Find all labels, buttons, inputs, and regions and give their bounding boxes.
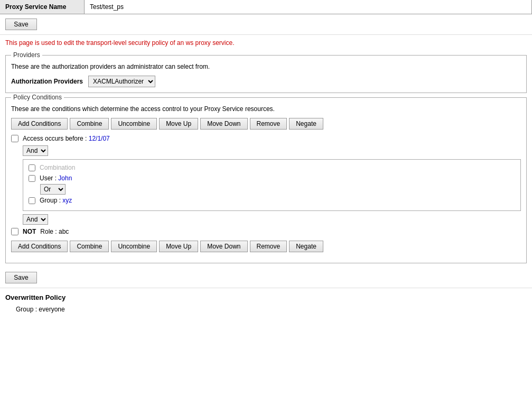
condition2-checkbox[interactable]: [11, 228, 18, 235]
bottom-move-up-button[interactable]: Move Up: [159, 241, 198, 252]
top-save-button[interactable]: Save: [5, 19, 37, 30]
sub-connector-select[interactable]: Or And: [40, 184, 66, 195]
top-move-down-button[interactable]: Move Down: [200, 118, 247, 130]
providers-section: Providers These are the authorization pr…: [5, 55, 527, 93]
policy-conditions-section: Policy Conditions These are the conditio…: [5, 97, 527, 263]
bottom-add-conditions-button[interactable]: Add Conditions: [11, 241, 68, 252]
condition2-label: Role : abc: [40, 228, 69, 235]
top-uncombine-button[interactable]: Uncombine: [111, 118, 157, 130]
condition2-not-label: NOT: [23, 228, 36, 235]
connector2-select[interactable]: And Or: [23, 214, 48, 225]
policy-desc: These are the conditions which determine…: [11, 105, 521, 113]
sub-condition1-checkbox[interactable]: [29, 175, 35, 182]
combination-checkbox[interactable]: [29, 164, 35, 171]
proxy-service-name-value: Test/test_ps: [85, 0, 532, 14]
condition2-row: NOT Role : abc: [11, 228, 521, 235]
bottom-negate-button[interactable]: Negate: [289, 241, 323, 252]
condition1-text: Access occurs before : 12/1/07: [23, 135, 110, 142]
proxy-service-name-label: Proxy Service Name: [0, 0, 85, 14]
auth-providers-select[interactable]: XACMLAuthorizer: [88, 76, 155, 87]
connector1-select[interactable]: And Or: [23, 145, 48, 156]
bottom-combine-button[interactable]: Combine: [70, 241, 109, 252]
condition1-checkbox[interactable]: [11, 135, 18, 142]
bottom-toolbar: Add Conditions Combine Uncombine Move Up…: [11, 241, 521, 252]
top-combine-button[interactable]: Combine: [70, 118, 109, 130]
providers-section-title: Providers: [11, 51, 42, 59]
auth-providers-label: Authorization Providers: [11, 78, 83, 85]
combination-box: Combination User : John Or And: [23, 159, 521, 211]
combination-label: Combination: [40, 164, 75, 171]
top-toolbar: Add Conditions Combine Uncombine Move Up…: [11, 118, 521, 130]
sub-condition2-checkbox[interactable]: [29, 197, 35, 204]
top-save-bar: Save: [0, 14, 532, 35]
overwritten-section: Overwritten Policy Group : everyone: [0, 288, 532, 318]
sub-condition1-label: User :: [40, 174, 58, 182]
sub-connector-row: Or And: [40, 184, 515, 195]
top-add-conditions-button[interactable]: Add Conditions: [11, 118, 68, 130]
providers-row: Authorization Providers XACMLAuthorizer: [11, 76, 521, 87]
condition1-row: Access occurs before : 12/1/07: [11, 135, 521, 142]
overwritten-title: Overwritten Policy: [5, 293, 527, 301]
top-negate-button[interactable]: Negate: [289, 118, 323, 130]
sub-condition2-label: Group :: [40, 197, 62, 204]
info-text: This page is used to edit the transport-…: [0, 35, 532, 51]
sub-condition2-row: Group : xyz: [29, 197, 515, 204]
sub-condition1-text: User : John: [40, 174, 72, 182]
condition1-label: Access occurs before :: [23, 135, 89, 142]
bottom-save-button[interactable]: Save: [5, 272, 37, 283]
sub-condition1-link[interactable]: John: [58, 174, 72, 182]
condition1-link[interactable]: 12/1/07: [89, 135, 110, 142]
sub-condition2-link[interactable]: xyz: [62, 197, 72, 204]
combination-header: Combination: [29, 164, 515, 171]
header-row: Proxy Service Name Test/test_ps: [0, 0, 532, 14]
sub-condition1-row: User : John: [29, 174, 515, 182]
sub-condition2-text: Group : xyz: [40, 197, 72, 204]
bottom-save-bar: Save: [0, 268, 532, 288]
top-move-up-button[interactable]: Move Up: [159, 118, 198, 130]
policy-section-title: Policy Conditions: [11, 94, 64, 101]
connector1-row: And Or: [23, 145, 521, 156]
providers-desc: These are the authorization providers an…: [11, 63, 521, 70]
top-remove-button[interactable]: Remove: [250, 118, 287, 130]
bottom-remove-button[interactable]: Remove: [250, 241, 287, 252]
connector2-row: And Or: [23, 214, 521, 225]
overwritten-item: Group : everyone: [16, 306, 527, 313]
bottom-move-down-button[interactable]: Move Down: [200, 241, 247, 252]
bottom-uncombine-button[interactable]: Uncombine: [111, 241, 157, 252]
